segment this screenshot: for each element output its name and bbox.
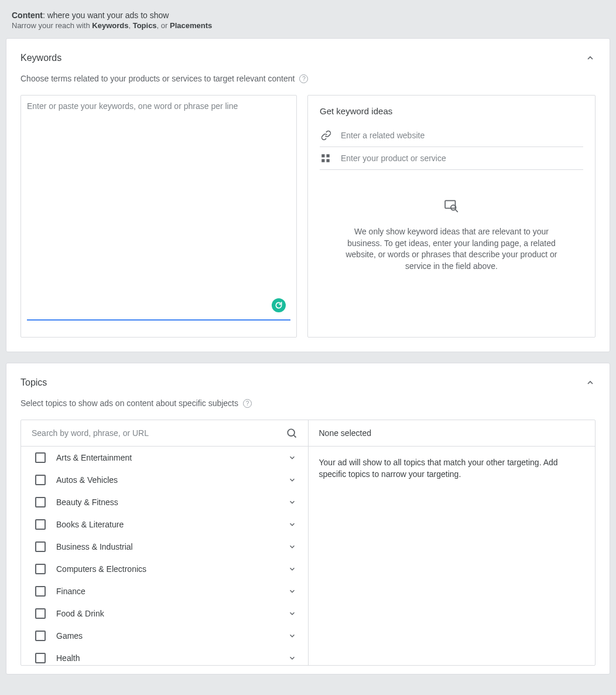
grammarly-icon[interactable] <box>272 298 286 312</box>
topic-item[interactable]: Health <box>21 647 308 665</box>
keywords-subtitle-row: Choose terms related to your products or… <box>20 74 596 83</box>
topic-item[interactable]: Arts & Entertainment <box>21 447 308 469</box>
topics-card: Topics Select topics to show ads on cont… <box>6 363 610 674</box>
topic-checkbox[interactable] <box>35 452 46 463</box>
keyword-ideas-empty: We only show keyword ideas that are rele… <box>320 198 583 272</box>
keywords-textarea-panel <box>20 95 297 338</box>
chevron-down-icon[interactable] <box>287 564 297 574</box>
narrow-keywords: Keywords <box>92 21 128 30</box>
keyword-ideas-empty-text: We only show keyword ideas that are rele… <box>343 226 560 272</box>
chevron-down-icon[interactable] <box>287 519 297 530</box>
chevron-down-icon[interactable] <box>287 608 297 619</box>
topics-none-selected: None selected <box>309 420 596 447</box>
ideas-search-icon <box>343 198 560 213</box>
topics-list[interactable]: Arts & EntertainmentAutos & VehiclesBeau… <box>21 447 308 665</box>
product-service-input[interactable] <box>341 154 583 163</box>
topic-item[interactable]: Business & Industrial <box>21 536 308 558</box>
collapse-keywords-button[interactable] <box>585 53 596 63</box>
keyword-ideas-panel: Get keyword ideas We only show keyword i… <box>307 95 596 338</box>
topic-checkbox[interactable] <box>35 631 46 641</box>
topic-item[interactable]: Autos & Vehicles <box>21 469 308 491</box>
topic-label: Computers & Electronics <box>56 564 276 574</box>
grid-icon <box>320 153 333 163</box>
keyword-ideas-title: Get keyword ideas <box>320 106 583 116</box>
product-service-row <box>320 147 583 170</box>
topic-checkbox[interactable] <box>35 519 46 530</box>
search-icon[interactable] <box>286 427 297 439</box>
svg-point-7 <box>288 429 295 436</box>
svg-rect-2 <box>321 159 324 162</box>
content-header: Content: where you want your ads to show… <box>0 0 616 38</box>
topic-checkbox[interactable] <box>35 586 46 597</box>
chevron-down-icon[interactable] <box>287 475 297 485</box>
content-header-line2: Narrow your reach with Keywords, Topics,… <box>12 21 604 30</box>
chevron-up-icon <box>586 53 595 63</box>
narrow-topics: Topics <box>133 21 157 30</box>
chevron-down-icon[interactable] <box>287 497 297 507</box>
topic-checkbox[interactable] <box>35 653 46 663</box>
chevron-down-icon[interactable] <box>287 631 297 641</box>
collapse-topics-button[interactable] <box>585 377 596 388</box>
topic-item[interactable]: Finance <box>21 580 308 602</box>
topics-left-panel: Arts & EntertainmentAutos & VehiclesBeau… <box>21 420 309 665</box>
topic-item[interactable]: Food & Drink <box>21 602 308 625</box>
chevron-down-icon[interactable] <box>287 653 297 663</box>
topic-checkbox[interactable] <box>35 475 46 485</box>
textarea-focus-underline <box>27 319 290 321</box>
content-header-line1: Content: where you want your ads to show <box>12 11 604 20</box>
topic-label: Games <box>56 631 276 641</box>
topics-search-input[interactable] <box>32 428 286 438</box>
topic-item[interactable]: Games <box>21 625 308 647</box>
svg-rect-3 <box>327 159 330 162</box>
help-icon[interactable]: ? <box>243 399 252 408</box>
topic-label: Food & Drink <box>56 609 276 618</box>
topic-checkbox[interactable] <box>35 497 46 507</box>
svg-rect-0 <box>321 154 324 157</box>
keywords-card: Keywords Choose terms related to your pr… <box>6 38 610 352</box>
topic-checkbox[interactable] <box>35 564 46 574</box>
content-label: Content <box>12 11 43 20</box>
link-icon <box>320 130 333 141</box>
keywords-subtitle: Choose terms related to your products or… <box>20 74 295 83</box>
topics-right-panel: None selected Your ad will show to all t… <box>309 420 596 665</box>
topics-right-body: Your ad will show to all topics that mat… <box>309 447 596 490</box>
topic-label: Arts & Entertainment <box>56 453 276 462</box>
topic-label: Health <box>56 653 276 663</box>
topic-label: Books & Literature <box>56 520 276 529</box>
topic-item[interactable]: Books & Literature <box>21 513 308 536</box>
chevron-down-icon[interactable] <box>287 452 297 463</box>
svg-rect-4 <box>445 200 455 208</box>
topic-checkbox[interactable] <box>35 608 46 619</box>
related-website-row <box>320 124 583 147</box>
chevron-up-icon <box>586 378 595 387</box>
keywords-textarea[interactable] <box>27 101 290 318</box>
topic-item[interactable]: Computers & Electronics <box>21 558 308 580</box>
topic-label: Beauty & Fitness <box>56 498 276 507</box>
topics-title: Topics <box>20 377 47 388</box>
svg-line-8 <box>293 435 296 438</box>
chevron-down-icon[interactable] <box>287 586 297 597</box>
svg-line-6 <box>456 210 458 212</box>
narrow-prefix: Narrow your reach with <box>12 21 92 30</box>
content-tail: : where you want your ads to show <box>43 11 169 20</box>
help-icon[interactable]: ? <box>299 74 308 83</box>
topic-item[interactable]: Beauty & Fitness <box>21 491 308 513</box>
narrow-placements: Placements <box>170 21 212 30</box>
svg-rect-1 <box>327 154 330 157</box>
topic-label: Business & Industrial <box>56 542 276 551</box>
keywords-title: Keywords <box>20 53 61 63</box>
topics-subtitle-row: Select topics to show ads on content abo… <box>20 398 596 408</box>
topics-subtitle: Select topics to show ads on content abo… <box>20 398 238 408</box>
chevron-down-icon[interactable] <box>287 541 297 552</box>
related-website-input[interactable] <box>341 131 583 140</box>
topic-checkbox[interactable] <box>35 541 46 552</box>
topic-label: Finance <box>56 587 276 596</box>
topic-label: Autos & Vehicles <box>56 475 276 485</box>
